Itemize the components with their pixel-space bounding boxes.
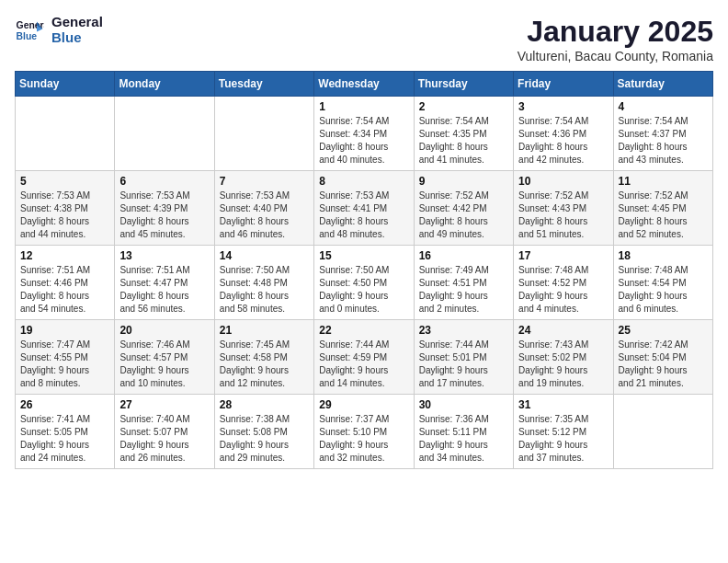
day-info: Sunrise: 7:41 AM Sunset: 5:05 PM Dayligh…	[20, 413, 109, 465]
day-info: Sunrise: 7:44 AM Sunset: 4:59 PM Dayligh…	[319, 339, 408, 390]
week-row: 12Sunrise: 7:51 AM Sunset: 4:46 PM Dayli…	[16, 246, 713, 320]
day-cell-6: 6Sunrise: 7:53 AM Sunset: 4:39 PM Daylig…	[115, 171, 214, 246]
day-number: 12	[20, 249, 109, 262]
day-cell-20: 20Sunrise: 7:46 AM Sunset: 4:57 PM Dayli…	[115, 320, 214, 395]
day-info: Sunrise: 7:50 AM Sunset: 4:50 PM Dayligh…	[319, 264, 408, 316]
day-number: 25	[619, 324, 708, 337]
day-info: Sunrise: 7:51 AM Sunset: 4:46 PM Dayligh…	[20, 264, 109, 316]
day-number: 9	[419, 175, 508, 188]
day-cell-7: 7Sunrise: 7:53 AM Sunset: 4:40 PM Daylig…	[214, 171, 313, 246]
day-number: 14	[220, 249, 309, 262]
empty-cell	[613, 395, 712, 469]
day-number: 5	[20, 175, 109, 188]
day-cell-25: 25Sunrise: 7:42 AM Sunset: 5:04 PM Dayli…	[613, 320, 712, 395]
header-row: SundayMondayTuesdayWednesdayThursdayFrid…	[16, 72, 713, 97]
day-cell-29: 29Sunrise: 7:37 AM Sunset: 5:10 PM Dayli…	[314, 395, 414, 469]
day-number: 26	[20, 398, 109, 411]
svg-text:Blue: Blue	[17, 30, 38, 40]
header-cell-sunday: Sunday	[16, 72, 115, 97]
day-info: Sunrise: 7:49 AM Sunset: 4:51 PM Dayligh…	[419, 264, 508, 316]
header-cell-wednesday: Wednesday	[314, 72, 414, 97]
day-number: 11	[619, 175, 708, 188]
day-cell-19: 19Sunrise: 7:47 AM Sunset: 4:55 PM Dayli…	[16, 320, 115, 395]
day-info: Sunrise: 7:52 AM Sunset: 4:45 PM Dayligh…	[619, 190, 708, 241]
header-cell-saturday: Saturday	[613, 72, 712, 97]
calendar-table: SundayMondayTuesdayWednesdayThursdayFrid…	[15, 71, 713, 469]
day-number: 23	[419, 324, 508, 337]
day-number: 29	[319, 398, 408, 411]
day-number: 2	[419, 100, 508, 113]
day-cell-28: 28Sunrise: 7:38 AM Sunset: 5:08 PM Dayli…	[214, 395, 313, 469]
day-number: 17	[518, 249, 608, 262]
day-number: 4	[619, 100, 708, 113]
day-number: 28	[220, 398, 309, 411]
day-info: Sunrise: 7:38 AM Sunset: 5:08 PM Dayligh…	[220, 413, 309, 465]
day-cell-11: 11Sunrise: 7:52 AM Sunset: 4:45 PM Dayli…	[613, 171, 712, 246]
day-info: Sunrise: 7:46 AM Sunset: 4:57 PM Dayligh…	[119, 339, 209, 390]
day-number: 24	[518, 324, 608, 337]
day-cell-18: 18Sunrise: 7:48 AM Sunset: 4:54 PM Dayli…	[613, 246, 712, 320]
page-header: General Blue General Blue January 2025 V…	[15, 15, 713, 63]
day-cell-1: 1Sunrise: 7:54 AM Sunset: 4:34 PM Daylig…	[314, 97, 414, 171]
month-title: January 2025	[518, 15, 713, 49]
title-block: January 2025 Vultureni, Bacau County, Ro…	[518, 15, 713, 63]
day-cell-17: 17Sunrise: 7:48 AM Sunset: 4:52 PM Dayli…	[514, 246, 613, 320]
day-number: 30	[419, 398, 508, 411]
day-cell-22: 22Sunrise: 7:44 AM Sunset: 4:59 PM Dayli…	[314, 320, 414, 395]
day-info: Sunrise: 7:54 AM Sunset: 4:36 PM Dayligh…	[518, 115, 608, 167]
day-info: Sunrise: 7:54 AM Sunset: 4:37 PM Dayligh…	[619, 115, 708, 167]
day-cell-14: 14Sunrise: 7:50 AM Sunset: 4:48 PM Dayli…	[214, 246, 313, 320]
day-info: Sunrise: 7:53 AM Sunset: 4:41 PM Dayligh…	[319, 190, 408, 241]
day-cell-23: 23Sunrise: 7:44 AM Sunset: 5:01 PM Dayli…	[414, 320, 513, 395]
day-number: 31	[518, 398, 608, 411]
day-cell-26: 26Sunrise: 7:41 AM Sunset: 5:05 PM Dayli…	[16, 395, 115, 469]
location-subtitle: Vultureni, Bacau County, Romania	[518, 49, 713, 63]
day-info: Sunrise: 7:36 AM Sunset: 5:11 PM Dayligh…	[419, 413, 508, 465]
day-cell-8: 8Sunrise: 7:53 AM Sunset: 4:41 PM Daylig…	[314, 171, 414, 246]
day-number: 19	[20, 324, 109, 337]
day-number: 6	[119, 175, 209, 188]
day-info: Sunrise: 7:48 AM Sunset: 4:54 PM Dayligh…	[619, 264, 708, 316]
day-cell-15: 15Sunrise: 7:50 AM Sunset: 4:50 PM Dayli…	[314, 246, 414, 320]
day-cell-31: 31Sunrise: 7:35 AM Sunset: 5:12 PM Dayli…	[514, 395, 613, 469]
day-info: Sunrise: 7:42 AM Sunset: 5:04 PM Dayligh…	[619, 339, 708, 390]
day-cell-2: 2Sunrise: 7:54 AM Sunset: 4:35 PM Daylig…	[414, 97, 513, 171]
day-cell-30: 30Sunrise: 7:36 AM Sunset: 5:11 PM Dayli…	[414, 395, 513, 469]
header-cell-monday: Monday	[115, 72, 214, 97]
day-cell-21: 21Sunrise: 7:45 AM Sunset: 4:58 PM Dayli…	[214, 320, 313, 395]
day-info: Sunrise: 7:54 AM Sunset: 4:35 PM Dayligh…	[419, 115, 508, 167]
logo-icon: General Blue	[15, 16, 44, 45]
day-info: Sunrise: 7:50 AM Sunset: 4:48 PM Dayligh…	[220, 264, 309, 316]
day-number: 21	[220, 324, 309, 337]
day-cell-13: 13Sunrise: 7:51 AM Sunset: 4:47 PM Dayli…	[115, 246, 214, 320]
day-info: Sunrise: 7:52 AM Sunset: 4:42 PM Dayligh…	[419, 190, 508, 241]
day-info: Sunrise: 7:54 AM Sunset: 4:34 PM Dayligh…	[319, 115, 408, 167]
day-cell-24: 24Sunrise: 7:43 AM Sunset: 5:02 PM Dayli…	[514, 320, 613, 395]
day-info: Sunrise: 7:43 AM Sunset: 5:02 PM Dayligh…	[518, 339, 608, 390]
day-info: Sunrise: 7:53 AM Sunset: 4:40 PM Dayligh…	[220, 190, 309, 241]
day-number: 3	[518, 100, 608, 113]
day-number: 16	[419, 249, 508, 262]
header-cell-friday: Friday	[514, 72, 613, 97]
day-number: 10	[518, 175, 608, 188]
day-info: Sunrise: 7:35 AM Sunset: 5:12 PM Dayligh…	[518, 413, 608, 465]
day-cell-3: 3Sunrise: 7:54 AM Sunset: 4:36 PM Daylig…	[514, 97, 613, 171]
day-number: 18	[619, 249, 708, 262]
empty-cell	[214, 97, 313, 171]
empty-cell	[115, 97, 214, 171]
week-row: 1Sunrise: 7:54 AM Sunset: 4:34 PM Daylig…	[16, 97, 713, 171]
day-number: 13	[119, 249, 209, 262]
day-info: Sunrise: 7:37 AM Sunset: 5:10 PM Dayligh…	[319, 413, 408, 465]
header-cell-thursday: Thursday	[414, 72, 513, 97]
day-number: 7	[220, 175, 309, 188]
logo: General Blue General Blue	[15, 15, 103, 45]
day-number: 22	[319, 324, 408, 337]
day-cell-4: 4Sunrise: 7:54 AM Sunset: 4:37 PM Daylig…	[613, 97, 712, 171]
day-info: Sunrise: 7:53 AM Sunset: 4:39 PM Dayligh…	[119, 190, 209, 241]
day-info: Sunrise: 7:45 AM Sunset: 4:58 PM Dayligh…	[220, 339, 309, 390]
header-cell-tuesday: Tuesday	[214, 72, 313, 97]
day-number: 8	[319, 175, 408, 188]
day-cell-9: 9Sunrise: 7:52 AM Sunset: 4:42 PM Daylig…	[414, 171, 513, 246]
day-info: Sunrise: 7:47 AM Sunset: 4:55 PM Dayligh…	[20, 339, 109, 390]
day-number: 1	[319, 100, 408, 113]
